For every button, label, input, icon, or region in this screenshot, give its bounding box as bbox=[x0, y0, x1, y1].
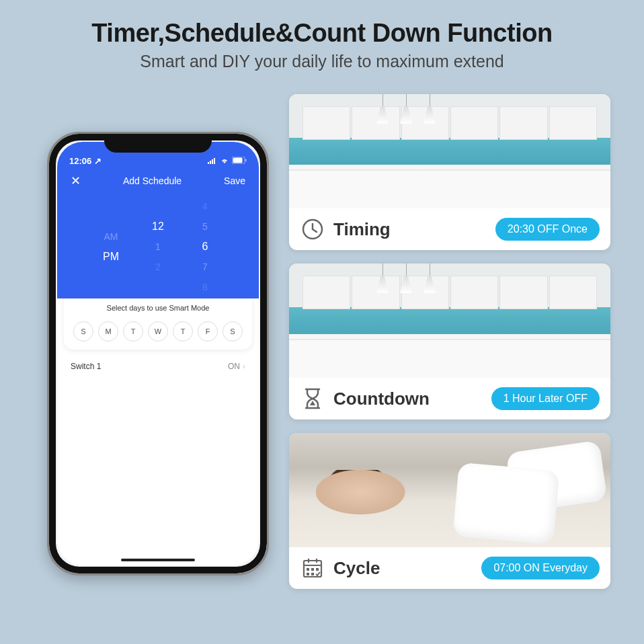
chevron-right-icon: › bbox=[243, 362, 245, 371]
tile-countdown-pill: 1 Hour Later OFF bbox=[491, 387, 600, 410]
days-card: Select days to use Smart Mode S M T W T … bbox=[64, 292, 252, 350]
phone-notch bbox=[104, 134, 212, 153]
day-wed[interactable]: W bbox=[148, 321, 168, 341]
close-button[interactable]: ✕ bbox=[71, 173, 81, 188]
svg-rect-6 bbox=[245, 159, 247, 162]
tile-timing-bar: Timing 20:30 OFF Once bbox=[289, 208, 610, 250]
tile-timing-label: Timing bbox=[333, 219, 487, 240]
calendar-icon bbox=[300, 555, 325, 581]
tile-cycle: Cycle 07:00 ON Everyday bbox=[289, 433, 610, 589]
switch-row[interactable]: Switch 1 ON › bbox=[57, 350, 259, 383]
tile-countdown: Countdown 1 Hour Later OFF bbox=[289, 264, 610, 419]
nav-bar: ✕ Add Schedule Save bbox=[57, 167, 259, 194]
picker-minute[interactable]: 4 5 6 7 8 bbox=[192, 196, 218, 297]
svg-rect-5 bbox=[233, 158, 243, 163]
svg-rect-16 bbox=[311, 573, 314, 575]
svg-rect-12 bbox=[307, 568, 309, 571]
location-icon: ↗ bbox=[94, 156, 102, 166]
tile-cycle-label: Cycle bbox=[333, 558, 473, 579]
svg-rect-1 bbox=[210, 161, 211, 164]
phone-screen: 12:06 ↗ ✕ Add Schedule bbox=[57, 142, 259, 565]
days-row: S M T W T F S bbox=[73, 321, 243, 341]
battery-icon bbox=[232, 156, 247, 166]
day-thu[interactable]: T bbox=[173, 321, 193, 341]
tile-countdown-label: Countdown bbox=[333, 389, 483, 409]
svg-rect-14 bbox=[316, 568, 319, 571]
save-button[interactable]: Save bbox=[224, 175, 245, 186]
header: Timer,Schedule&Count Down Function Smart… bbox=[0, 0, 644, 71]
day-mon[interactable]: M bbox=[98, 321, 118, 341]
switch-value: ON › bbox=[228, 362, 245, 371]
svg-rect-0 bbox=[208, 162, 209, 164]
svg-rect-15 bbox=[307, 573, 309, 575]
phone-mockup: 12:06 ↗ ✕ Add Schedule bbox=[47, 132, 269, 575]
picker-ampm[interactable]: AM PM bbox=[97, 227, 124, 267]
tile-timing-pill: 20:30 OFF Once bbox=[495, 218, 600, 241]
tile-timing-image bbox=[289, 94, 610, 208]
nav-title: Add Schedule bbox=[123, 175, 182, 186]
days-card-title: Select days to use Smart Mode bbox=[73, 304, 243, 312]
feature-tiles: Timing 20:30 OFF Once Countdown 1 Hour L… bbox=[289, 94, 610, 589]
clock-icon bbox=[300, 216, 325, 242]
tile-cycle-pill: 07:00 ON Everyday bbox=[481, 557, 600, 579]
day-sat[interactable]: S bbox=[223, 321, 243, 341]
hourglass-icon bbox=[300, 386, 325, 411]
home-indicator[interactable] bbox=[121, 559, 195, 561]
tile-cycle-bar: Cycle 07:00 ON Everyday bbox=[289, 547, 610, 589]
tile-countdown-bar: Countdown 1 Hour Later OFF bbox=[289, 378, 610, 419]
tile-timing: Timing 20:30 OFF Once bbox=[289, 94, 610, 250]
picker-hour[interactable]: 12 1 2 bbox=[145, 216, 171, 277]
time-picker[interactable]: AM PM 12 1 2 4 5 6 7 8 bbox=[57, 194, 259, 298]
day-fri[interactable]: F bbox=[198, 321, 218, 341]
page-title: Timer,Schedule&Count Down Function bbox=[0, 19, 644, 48]
signal-icon bbox=[208, 156, 217, 166]
wifi-icon bbox=[220, 156, 229, 166]
svg-rect-3 bbox=[214, 158, 215, 164]
tile-countdown-image bbox=[289, 264, 610, 378]
day-sun[interactable]: S bbox=[73, 321, 93, 341]
tile-cycle-image bbox=[289, 433, 610, 547]
page-subtitle: Smart and DIY your daily life to maximum… bbox=[0, 52, 644, 71]
svg-rect-13 bbox=[311, 568, 314, 571]
main-content: 12:06 ↗ ✕ Add Schedule bbox=[0, 71, 644, 589]
svg-rect-2 bbox=[212, 159, 213, 164]
day-tue[interactable]: T bbox=[123, 321, 143, 341]
switch-name: Switch 1 bbox=[71, 362, 101, 371]
status-time: 12:06 bbox=[69, 156, 91, 166]
